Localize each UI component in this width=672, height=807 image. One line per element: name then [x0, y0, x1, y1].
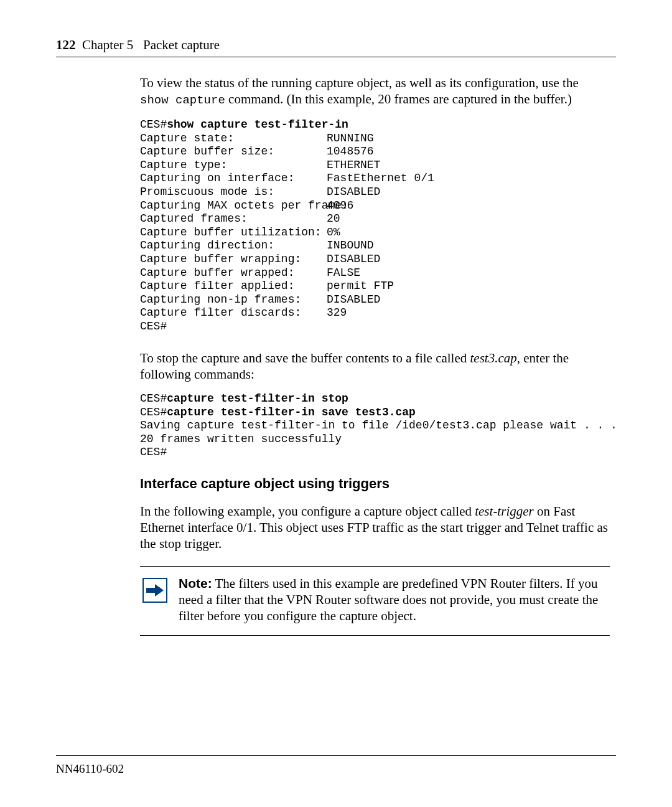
t1-row-label: Capture type: — [140, 159, 327, 172]
t1-trailing-prompt: CES# — [140, 320, 167, 333]
t1-row-value: permit FTP — [327, 280, 394, 292]
doc-id: NN46110-602 — [56, 762, 124, 775]
table-row: Capture buffer size:1048576 — [140, 145, 610, 159]
terminal-output-1: CES#show capture test-filter-in Capture … — [140, 118, 610, 334]
t1-row-label: Capture filter discards: — [140, 306, 327, 320]
t1-row-label: Capturing non-ip frames: — [140, 293, 327, 307]
t1-row-label: Capturing MAX octets per frame: — [140, 199, 327, 213]
intro-post: command. (In this example, 20 frames are… — [225, 92, 572, 106]
chapter-sep — [136, 37, 143, 52]
t2-out1: Saving capture test-filter-in to file /i… — [140, 419, 617, 432]
t1-row-value: 20 — [327, 212, 340, 225]
table-row: Capturing non-ip frames:DISABLED — [140, 293, 610, 307]
table-row: Captured frames:20 — [140, 212, 610, 226]
table-row: Capture type:ETHERNET — [140, 159, 610, 172]
t1-row-value: INBOUND — [327, 239, 374, 252]
t1-cmd: show capture test-filter-in — [167, 118, 348, 131]
intro-paragraph: To view the status of the running captur… — [140, 75, 610, 108]
t1-row-value: FastEthernet 0/1 — [327, 172, 434, 184]
t1-row-label: Capture filter applied: — [140, 280, 327, 293]
t1-row-label: Captured frames: — [140, 212, 327, 226]
t1-row-label: Capturing direction: — [140, 239, 327, 253]
t1-row-value: DISABLED — [327, 186, 380, 198]
note-block: Note: The filters used in this example a… — [140, 566, 610, 636]
t1-row-value: DISABLED — [327, 293, 380, 306]
trigger-pre: In the following example, you configure … — [140, 504, 475, 519]
t1-row-label: Capture buffer wrapped: — [140, 267, 327, 280]
table-row: Promiscuous mode is:DISABLED — [140, 186, 610, 199]
t2-l1-prompt: CES# — [140, 392, 167, 405]
table-row: Capture filter discards:329 — [140, 306, 610, 320]
table-row: Capturing direction:INBOUND — [140, 239, 610, 253]
t1-row-value: RUNNING — [327, 132, 374, 144]
note-text: Note: The filters used in this example a… — [179, 575, 610, 625]
t1-row-label: Capture buffer utilization: — [140, 226, 327, 240]
t1-row-label: Capturing on interface: — [140, 172, 327, 186]
table-row: Capture state:RUNNING — [140, 132, 610, 146]
trigger-paragraph: In the following example, you configure … — [140, 503, 610, 552]
intro-cmd: show capture — [140, 93, 225, 107]
chapter-label-text: Chapter 5 — [82, 37, 133, 52]
chapter-title: Packet capture — [143, 37, 220, 52]
table-row: Capture buffer wrapped:FALSE — [140, 267, 610, 280]
page: 122 Chapter 5 Packet capture To view the… — [0, 0, 672, 807]
t1-row-label: Promiscuous mode is: — [140, 186, 327, 199]
t1-row-value: 0% — [327, 226, 340, 238]
t2-l1-cmd: capture test-filter-in stop — [167, 392, 348, 405]
section-heading: Interface capture object using triggers — [140, 476, 610, 492]
svg-marker-0 — [146, 584, 164, 597]
terminal-output-2: CES#capture test-filter-in stop CES#capt… — [140, 392, 610, 460]
page-number: 122 — [56, 37, 76, 52]
t1-prompt: CES# — [140, 118, 167, 131]
t1-row-value: 1048576 — [327, 145, 374, 158]
arrow-right-icon — [142, 578, 167, 603]
note-body: The filters used in this example are pre… — [179, 576, 598, 624]
page-footer: NN46110-602 — [56, 755, 616, 776]
intro-pre: To view the status of the running captur… — [140, 75, 579, 90]
table-row: Capture buffer utilization:0% — [140, 226, 610, 240]
stop-filename: test3.cap — [470, 351, 517, 366]
table-row: Capturing MAX octets per frame:4096 — [140, 199, 610, 213]
t1-row-label: Capture buffer size: — [140, 145, 327, 159]
note-label: Note: — [179, 576, 212, 590]
table-row: Capture filter applied:permit FTP — [140, 280, 610, 293]
t2-l2-cmd: capture test-filter-in save test3.cap — [167, 406, 416, 418]
stop-paragraph: To stop the capture and save the buffer … — [140, 350, 610, 383]
page-header: 122 Chapter 5 Packet capture — [56, 37, 616, 57]
t1-row-label: Capture buffer wrapping: — [140, 253, 327, 267]
t1-row-value: 329 — [327, 306, 347, 319]
t1-row-label: Capture state: — [140, 132, 327, 146]
content-area: To view the status of the running captur… — [140, 75, 610, 636]
stop-pre: To stop the capture and save the buffer … — [140, 351, 470, 366]
t1-row-value: FALSE — [327, 267, 360, 279]
table-row: Capture buffer wrapping:DISABLED — [140, 253, 610, 267]
table-row: Capturing on interface:FastEthernet 0/1 — [140, 172, 610, 186]
t1-row-value: DISABLED — [327, 253, 380, 265]
t1-row-value: ETHERNET — [327, 159, 380, 171]
t2-trailing-prompt: CES# — [140, 446, 167, 458]
t2-out2: 20 frames written successfully — [140, 433, 342, 445]
t2-l2-prompt: CES# — [140, 406, 167, 418]
t1-row-value: 4096 — [327, 199, 353, 212]
trigger-obj: test-trigger — [475, 504, 534, 519]
